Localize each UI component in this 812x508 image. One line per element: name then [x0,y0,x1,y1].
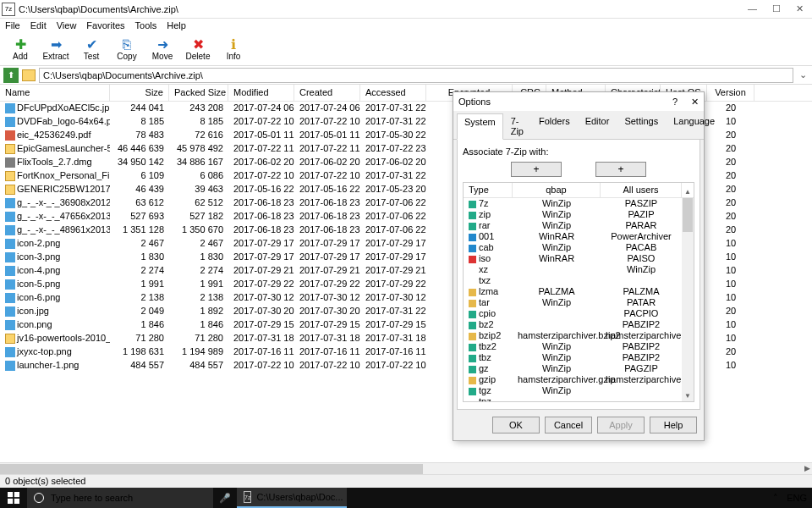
menu-favorites[interactable]: Favorites [86,20,124,32]
ext-icon [469,388,476,395]
svg-rect-2 [8,499,13,504]
col-accessed[interactable]: Accessed [360,85,426,101]
taskbar-app-label: C:\Users\qbap\Doc... [256,492,343,502]
scroll-up-icon[interactable]: ▲ [684,188,691,196]
ext-row[interactable]: tbzWinZipPABZIP2 [464,352,694,363]
ext-row[interactable]: bz2PABZIP2 [464,319,694,330]
ext-row[interactable]: xzWinZip [464,264,694,275]
svg-rect-0 [8,492,13,497]
ext-row[interactable]: txz [464,275,694,286]
ext-icon [469,322,476,329]
ext-scrollbar[interactable]: ▲ ▼ [682,198,694,401]
menubar: FileEditViewFavoritesToolsHelp [0,19,812,34]
tab-language[interactable]: Language [666,113,722,139]
cancel-button[interactable]: Cancel [545,417,592,433]
ext-icon [469,223,476,230]
ext-col-all[interactable]: All users [601,183,682,197]
ext-icon [469,201,476,208]
svg-rect-1 [14,492,19,497]
test-button[interactable]: ✔Test [78,36,105,64]
tab-editor[interactable]: Editor [578,113,617,139]
taskbar-app-7zip[interactable]: 7z C:\Users\qbap\Doc... [237,488,347,508]
col-name[interactable]: Name [0,85,110,101]
address-input[interactable] [39,68,793,83]
ext-row[interactable]: rarWinZipPARAR [464,220,694,231]
file-type-icon [5,171,15,181]
move-button[interactable]: ➜Move [149,36,176,64]
ext-row[interactable]: gzWinZipPAGZIP [464,363,694,374]
delete-button[interactable]: ✖Delete [184,36,211,64]
ext-scrollbar-thumb[interactable] [683,198,693,232]
add-button[interactable]: ✚Add [7,36,34,64]
tab-zip[interactable]: 7-Zip [503,113,531,139]
ext-row[interactable]: gziphamsterziparchiver.gziphamsterziparc… [464,374,694,385]
ext-row[interactable]: zipWinZipPAZIP [464,209,694,220]
close-button[interactable]: ✕ [796,3,804,14]
col-modified[interactable]: Modified [228,85,294,101]
col-size[interactable]: Size [110,85,169,101]
plus-user-button[interactable]: + [511,162,562,177]
menu-edit[interactable]: Edit [30,20,47,32]
ext-icon [469,212,476,219]
start-button[interactable] [0,492,27,504]
apply-button[interactable]: Apply [597,417,645,433]
menu-file[interactable]: File [5,20,20,32]
file-type-icon [5,347,15,357]
ext-col-user[interactable]: qbap [513,183,601,197]
extract-button[interactable]: ➡Extract [42,36,69,64]
tab-folders[interactable]: Folders [531,113,578,139]
info-button[interactable]: ℹInfo [220,36,247,64]
dialog-close-button[interactable]: ✕ [691,97,699,108]
ext-icon [469,256,476,263]
app-taskbar-icon: 7z [244,491,251,503]
col-version[interactable]: Version [707,85,754,101]
extension-table: Type qbap All users 7zWinZipPASZIPzipWin… [463,182,694,402]
col-created[interactable]: Created [294,85,360,101]
window-title: C:\Users\qbap\Documents\Archive.zip\ [19,4,748,14]
taskbar-search[interactable]: Type here to search [27,488,213,508]
mic-button[interactable]: 🎤 [213,493,237,504]
tray-language[interactable]: ENG [787,493,807,503]
ext-row[interactable]: tbz2WinZipPABZIP2 [464,341,694,352]
scroll-right-icon[interactable]: ▶ [804,464,810,472]
file-type-icon [5,293,15,303]
ext-row[interactable]: lzmaPALZMAPALZMA [464,286,694,297]
menu-help[interactable]: Help [167,20,186,32]
col-packed-size[interactable]: Packed Size [169,85,228,101]
copy-button[interactable]: ⎘Copy [113,36,140,64]
help-button[interactable]: Help [650,417,697,433]
scroll-down-icon[interactable]: ▼ [684,392,691,400]
ext-icon [469,333,476,340]
ext-row[interactable]: tgzWinZip [464,385,694,396]
ext-row[interactable]: 001WinRARPowerArchiver [464,231,694,242]
taskbar: Type here to search 🎤 7z C:\Users\qbap\D… [0,488,812,508]
ext-row[interactable]: tarWinZipPATAR [464,297,694,308]
ext-row[interactable]: tpz [464,396,694,401]
plus-all-button[interactable]: + [595,162,646,177]
ext-row[interactable]: 7zWinZipPASZIP [464,198,694,209]
address-dropdown[interactable]: ⌄ [797,69,809,80]
windows-logo-icon [8,492,19,504]
copy-icon: ⎘ [123,38,131,52]
tray-chevron-icon[interactable]: ˄ [773,493,778,504]
up-button[interactable]: ⬆ [3,68,19,83]
tab-system[interactable]: System [457,113,503,140]
file-type-icon [5,103,15,113]
minimize-button[interactable]: — [748,3,757,14]
ext-icon [469,344,476,351]
menu-view[interactable]: View [57,20,77,32]
ext-row[interactable]: cabWinZipPACAB [464,242,694,253]
tab-settings[interactable]: Settings [617,113,666,139]
ext-icon [469,245,476,252]
ext-row[interactable]: cpioPACPIO [464,308,694,319]
ok-button[interactable]: OK [492,417,540,433]
system-tray[interactable]: ˄ ENG [773,493,812,504]
dialog-help-button[interactable]: ? [672,97,678,107]
maximize-button[interactable]: ☐ [772,3,781,14]
ext-icon [469,355,476,362]
ext-row[interactable]: bzip2hamsterziparchiver.bzip2hamsterzipa… [464,330,694,341]
ext-col-type[interactable]: Type [464,183,513,197]
ext-row[interactable]: isoWinRARPAISO [464,253,694,264]
ext-icon [469,300,476,307]
menu-tools[interactable]: Tools [135,20,157,32]
